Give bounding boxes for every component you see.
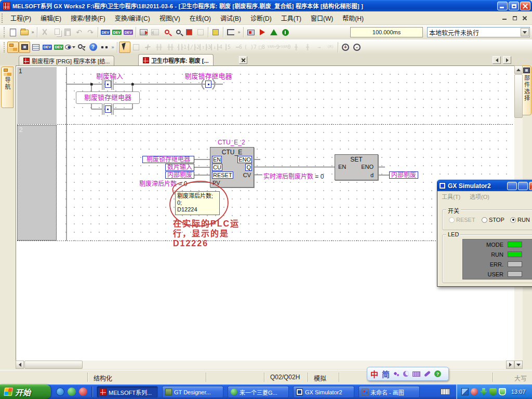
scroll-down-icon[interactable] (514, 361, 523, 369)
device-monitor-icon[interactable]: DEV (111, 26, 123, 38)
output-var-internal-tifei[interactable]: 内部剔废 (389, 171, 418, 179)
write-to-plc-icon[interactable] (138, 26, 149, 38)
tray-network-icon[interactable] (461, 388, 469, 395)
tray-shield-plus-icon[interactable] (489, 388, 497, 395)
mdi-restore-button[interactable] (510, 14, 519, 22)
menu-tool[interactable]: 工具(T) (276, 11, 306, 24)
rung-1-margin-block[interactable]: 1 (17, 67, 57, 124)
cv-output-var[interactable]: 实时滞后剔废片数 = 0 (263, 171, 324, 180)
taskbar-item-gx-simulator[interactable]: GX Simulator2 (293, 386, 354, 398)
ime-simplified-indicator[interactable]: 简 (382, 368, 390, 379)
device-find-icon[interactable]: DEV (42, 42, 53, 53)
quicklaunch-red-icon[interactable] (79, 388, 87, 396)
navigation-window-icon[interactable] (7, 42, 19, 53)
ladder-tool-icon[interactable]: ╫╫ (165, 42, 176, 53)
edit-comment-icon[interactable] (142, 42, 153, 53)
vertical-scroll-thumb[interactable] (514, 74, 523, 118)
soft-keyboard-icon[interactable] (441, 389, 450, 395)
device-display-icon[interactable] (64, 42, 76, 53)
function-block-icon[interactable]: □8 (256, 42, 268, 53)
gx-simulator2-window[interactable]: GX Simulator2 工具(T) 选项(O) 开关 RESET STOP … (437, 180, 532, 287)
ladder-tool-icon[interactable]: ╫ (302, 42, 313, 53)
element-selection-dock-tab[interactable]: 部件选择 (522, 65, 531, 115)
minimize-button[interactable] (497, 2, 508, 10)
open-contact-latch-relay[interactable] (102, 103, 114, 115)
restore-button[interactable] (509, 2, 519, 10)
copy-icon[interactable] (50, 26, 62, 38)
simulator-restore-button[interactable] (518, 182, 528, 190)
open-contact-icon[interactable]: ┨┠1 (176, 42, 188, 53)
vertical-line-icon[interactable]: ┃5 (222, 42, 233, 53)
rung-2-margin-block-selected[interactable]: 2 (17, 125, 57, 241)
cut-icon[interactable] (39, 26, 50, 38)
tray-red-icon[interactable] (471, 388, 478, 395)
watch-stop-icon[interactable] (195, 26, 206, 38)
quicklaunch-green-icon[interactable] (68, 388, 76, 396)
return-icon[interactable]: (R) (325, 42, 336, 53)
device-batch-icon[interactable]: DEV (123, 26, 134, 38)
open-contact-tifei-input[interactable] (102, 78, 114, 90)
undo-icon[interactable]: ↶ (73, 26, 85, 38)
simulation-step-icon[interactable] (268, 26, 280, 38)
tab-program-body[interactable]: 剔废程序 [PRG] 程序本体 [结... (19, 56, 114, 65)
ime-help-icon[interactable]: ? (434, 370, 441, 377)
cross-reference-icon[interactable] (99, 42, 110, 53)
menu-online[interactable]: 在线(O) (185, 11, 216, 24)
simulator-menu-tool[interactable]: 工具(T) (442, 192, 460, 201)
horizontal-line-icon[interactable]: ━6 (233, 42, 245, 53)
watch-start-icon[interactable] (183, 26, 195, 38)
tray-security-icon[interactable] (499, 388, 506, 395)
input-var-sheet-count[interactable]: 数片输入 (165, 164, 194, 171)
ime-punctuation-icon[interactable] (393, 371, 400, 377)
horizontal-scroll-thumb[interactable] (24, 361, 83, 369)
open-project-icon[interactable] (19, 26, 30, 38)
ime-softkeyboard-icon[interactable] (413, 371, 420, 377)
element-selection-window-icon[interactable] (19, 42, 30, 53)
paste-icon[interactable] (62, 26, 73, 38)
taskbar-item-paint[interactable]: 未命名 - 画图 (358, 386, 420, 398)
closed-contact-icon[interactable]: ┨/┠2 (188, 42, 199, 53)
menu-view[interactable]: 视图(V) (155, 11, 185, 24)
zoom-in-icon[interactable]: + (340, 42, 351, 53)
ladder-tool-icon[interactable]: ╫╫ (153, 42, 165, 53)
input-var-internal-tifei[interactable]: 内部剔废 (165, 171, 194, 179)
dropdown-arrow-icon[interactable] (521, 28, 529, 36)
taskbar-item-melsoft[interactable]: MELSOFT系列... (97, 386, 158, 398)
redo-icon[interactable]: ↷ (85, 26, 96, 38)
menu-edit[interactable]: 编辑(E) (36, 11, 66, 24)
tab-close-button[interactable] (239, 56, 247, 64)
local-device-status-dropdown[interactable]: 本地软元件未执行 (427, 27, 530, 37)
radio-stop[interactable]: STOP (482, 217, 504, 223)
close-button[interactable] (520, 2, 530, 10)
ime-chinese-indicator[interactable]: 中 (370, 368, 378, 379)
taskbar-item-gt-designer[interactable]: GT Designer... (162, 386, 223, 398)
ime-halfwidth-icon[interactable] (403, 371, 409, 377)
toolbar-overflow2-icon[interactable]: » (236, 30, 242, 35)
mdi-minimize-button[interactable] (500, 14, 509, 22)
radio-run[interactable]: RUN (510, 217, 530, 223)
input-var-latch-relay[interactable]: 剔废锁存继电器 (142, 156, 194, 163)
simulator-close-button[interactable] (529, 182, 532, 190)
ladder-branch-icon[interactable] (225, 26, 236, 38)
coil-latch-relay[interactable] (205, 81, 211, 88)
simulator-menu-option[interactable]: 选项(O) (470, 192, 489, 201)
scroll-up-icon[interactable] (514, 65, 523, 74)
output-window-icon[interactable] (30, 42, 42, 53)
jump-icon[interactable]: → (313, 42, 325, 53)
find-icon[interactable] (76, 42, 87, 53)
toolbar-overflow-icon[interactable]: » (30, 30, 35, 35)
tab-library-tiqu[interactable]: 卫生巾程序库: 剔废 [... (138, 54, 214, 65)
ime-language-bar[interactable]: 中 简 ? (367, 367, 449, 381)
simulation-panel-icon[interactable] (245, 26, 257, 38)
interlock-icon[interactable] (130, 42, 142, 53)
ctu-function-block[interactable]: CTU_E EN ENO CU Q RESET CV PV (210, 147, 254, 188)
ladder-tool-icon[interactable]: ╫ (290, 42, 302, 53)
program-check-icon[interactable] (210, 26, 221, 38)
help-icon[interactable]: ? (87, 42, 99, 53)
input-var-pv[interactable]: 剔废滞后片数 = 0 (139, 179, 187, 188)
tab-scroll-right-button[interactable] (503, 56, 511, 64)
simulator-minimize-button[interactable] (507, 182, 517, 190)
toolbar-grip2[interactable] (4, 42, 6, 52)
simulation-start-icon[interactable] (257, 26, 268, 38)
taskbar-item-browser[interactable]: 来一个三菱G... (228, 386, 289, 398)
